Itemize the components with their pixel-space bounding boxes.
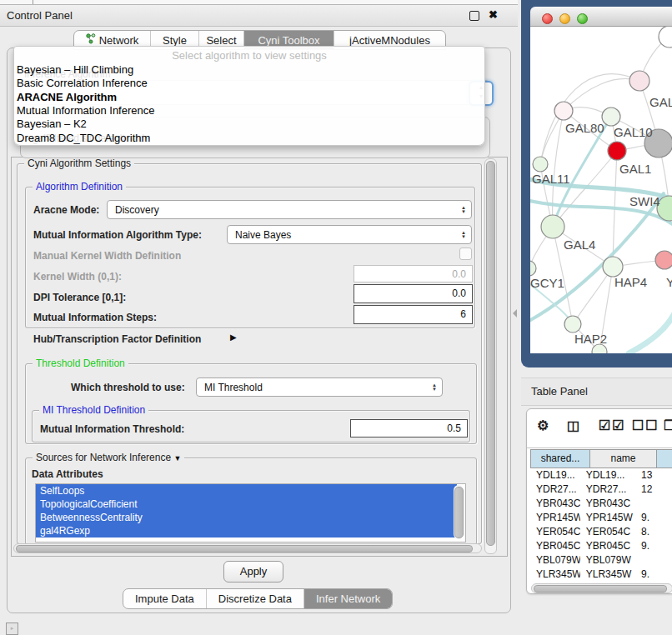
data-attributes-label: Data Attributes <box>32 468 103 480</box>
tab-discretize-data[interactable]: Discretize Data <box>207 589 304 608</box>
toolbar-separator <box>527 448 672 448</box>
table-cell: YDL19... <box>530 468 580 482</box>
panel-divider-handle-icon[interactable] <box>513 309 517 318</box>
close-traffic-light-icon[interactable] <box>542 13 553 24</box>
table-row[interactable]: YDL19...YDL19...13 <box>530 468 672 482</box>
node-label-gal: GAL <box>649 95 672 109</box>
expand-right-icon[interactable]: ▶ <box>230 332 237 342</box>
network-node-hap4[interactable] <box>603 257 623 277</box>
column-header[interactable]: A <box>657 449 672 468</box>
mi-threshold-field[interactable]: 0.5 <box>350 419 468 438</box>
table-hscrollbar[interactable] <box>531 583 672 593</box>
network-node-gal4[interactable] <box>541 215 564 238</box>
close-icon[interactable]: ✖ <box>489 8 498 21</box>
table-cell: YBL079W <box>580 553 635 568</box>
tab-infer-network[interactable]: Infer Network <box>304 589 392 608</box>
control-panel-title: Control Panel <box>7 9 73 22</box>
float-window-icon[interactable] <box>469 11 479 21</box>
attributes-list-scrollbar[interactable] <box>454 485 464 539</box>
network-view-canvas[interactable]: GALGAL80GAL10GAL1GAL11SWI4GAL4HAP4YGCY1H… <box>530 27 672 353</box>
dropdown-item[interactable]: Mutual Information Inference <box>17 104 154 118</box>
table-panel-title: Table Panel <box>531 385 588 398</box>
control-panel-titlebar: Control Panel ✖ <box>0 5 518 27</box>
which-threshold-select[interactable]: MI Threshold ▲▼ <box>196 378 443 397</box>
aracne-mode-label: Aracne Mode: <box>33 204 99 216</box>
tab-impute-data[interactable]: Impute Data <box>123 589 207 608</box>
column-header[interactable]: shared... <box>530 449 590 468</box>
node-label-swi4: SWI4 <box>629 194 660 208</box>
attribute-item[interactable]: SelfLoops <box>36 484 457 498</box>
deselect-all-icon[interactable]: ☐☐ <box>632 418 659 433</box>
table-cell: 9. <box>635 539 672 553</box>
table-row[interactable]: YER054CYER054C8. <box>530 525 672 539</box>
network-node-gal80[interactable] <box>554 102 573 120</box>
node-label-hap4: HAP4 <box>614 275 647 289</box>
apply-button[interactable]: Apply <box>223 561 283 582</box>
table-row[interactable]: YLR345WYLR345W9. <box>530 568 672 582</box>
attribute-item[interactable]: TopologicalCoefficient <box>36 498 457 511</box>
table-toolbar: ⚙◫☑☑☐☐❐ <box>527 416 672 441</box>
algorithm-dropdown-popup: Inference Algorithm galFiltered.sif defa… <box>13 46 485 146</box>
restore-panel-button[interactable]: ▸ <box>6 622 18 635</box>
gear-icon[interactable]: ⚙ <box>537 418 550 433</box>
table-cell: YBR045C <box>530 539 580 553</box>
zoom-traffic-light-icon[interactable] <box>577 13 588 24</box>
mi-type-select[interactable]: Naive Bayes ▲▼ <box>227 225 472 244</box>
node-table: ⚙◫☑☑☐☐❐ shared...nameA YDL19...YDL19...1… <box>526 408 672 594</box>
dropdown-placeholder: Select algorithm to view settings <box>14 49 484 62</box>
network-node-gal1[interactable] <box>608 142 626 160</box>
table-cell: YPR145W <box>530 511 580 525</box>
table-header-row: shared...nameA <box>530 449 672 468</box>
select-all-icon[interactable]: ☑☑ <box>599 418 626 433</box>
network-node-gal11[interactable] <box>533 157 548 172</box>
network-node-gcy1[interactable] <box>530 261 536 276</box>
node-label-y: Y <box>666 275 672 289</box>
data-attributes-list[interactable]: SelfLoopsTopologicalCoefficientBetweenne… <box>35 483 466 542</box>
table-row[interactable]: YBL079WYBL079W <box>530 553 672 568</box>
table-cell: YER054C <box>580 525 635 539</box>
network-node-gal[interactable] <box>629 71 649 91</box>
network-node-y[interactable] <box>655 251 672 269</box>
network-node-gal10[interactable] <box>602 108 620 126</box>
network-edge <box>564 78 639 111</box>
attribute-item[interactable]: BetweennessCentrality <box>36 511 457 524</box>
mi-steps-field[interactable]: 6 <box>354 305 473 324</box>
settings-hscrollbar[interactable] <box>13 543 482 553</box>
table-cell: YDR27... <box>530 482 580 497</box>
split-columns-icon[interactable]: ◫ <box>567 418 581 433</box>
table-row[interactable]: YBR043CYBR043C <box>530 497 672 511</box>
manual-kernel-checkbox[interactable] <box>459 248 472 260</box>
table-row[interactable]: YBR045CYBR045C9. <box>530 539 672 553</box>
attribute-item[interactable]: gal4RGexp <box>36 524 457 538</box>
dropdown-item[interactable]: ARACNE Algorithm <box>17 91 117 104</box>
aracne-mode-value: Discovery <box>115 204 159 216</box>
table-cell: 8. <box>635 525 672 539</box>
aracne-mode-select[interactable]: Discovery ▲▼ <box>107 200 472 219</box>
table-body: YDL19...YDL19...13YDR27...YDR27...12YBR0… <box>530 468 672 583</box>
network-window-titlebar[interactable] <box>530 7 672 27</box>
table-cell: YBR045C <box>580 539 635 553</box>
table-cell: YLR345W <box>580 568 635 582</box>
dropdown-item[interactable]: Bayesian – K2 <box>17 118 87 131</box>
network-node-hap2[interactable] <box>564 316 581 332</box>
combo-arrows-icon: ▲▼ <box>461 231 466 239</box>
dpi-tolerance-field[interactable]: 0.0 <box>354 284 473 303</box>
collapse-down-icon[interactable]: ▼ <box>173 454 181 462</box>
page-icon[interactable]: ❐ <box>664 418 672 433</box>
dropdown-item[interactable]: Bayesian – Hill Climbing <box>17 63 133 77</box>
node-label-gal1: GAL1 <box>619 162 651 176</box>
which-threshold-label: Which threshold to use: <box>71 382 185 393</box>
settings-vscrollbar[interactable] <box>484 158 497 554</box>
column-header[interactable]: name <box>590 449 657 468</box>
table-panel-titlebar: Table Panel <box>521 378 672 406</box>
combo-arrows-icon: ▲▼ <box>461 206 466 214</box>
table-row[interactable]: YPR145WYPR145W9. <box>530 511 672 525</box>
combo-arrows-icon: ▲▼ <box>432 383 437 392</box>
table-cell: YBR043C <box>580 497 635 511</box>
kernel-width-field[interactable]: 0.0 <box>354 265 473 282</box>
table-cell: YPR145W <box>580 511 635 525</box>
minimize-traffic-light-icon[interactable] <box>559 13 570 24</box>
dropdown-item[interactable]: Basic Correlation Inference <box>17 77 148 90</box>
table-row[interactable]: YDR27...YDR27...12 <box>530 482 672 497</box>
dropdown-item[interactable]: Dream8 DC_TDC Algorithm <box>17 132 150 145</box>
